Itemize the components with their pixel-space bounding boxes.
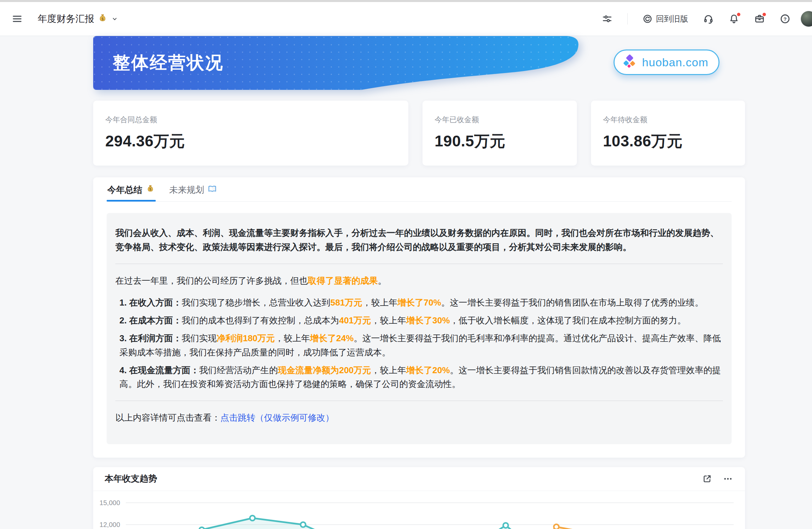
back-to-old-version-button[interactable]: 回到旧版 xyxy=(642,13,688,24)
svg-text:12,000: 12,000 xyxy=(100,521,120,528)
stat-label: 今年待收金额 xyxy=(603,115,733,125)
stat-value: 294.36万元 xyxy=(105,131,396,152)
divider xyxy=(115,400,723,401)
tab-this-year-summary[interactable]: 今年总结 $ xyxy=(107,177,156,201)
trend-card: 本年收支趋势 15,00012,0009,000 xyxy=(93,467,745,529)
summary-intro: 我们会从收入、成本、利润、现金流量等主要财务指标入手，分析过去一年的业绩以及财务… xyxy=(115,226,723,254)
svg-text:$: $ xyxy=(149,187,151,191)
divider xyxy=(115,263,723,264)
trend-chart-svg: 15,00012,0009,000 xyxy=(93,491,745,529)
open-external-icon[interactable] xyxy=(702,474,712,484)
topbar-actions: 回到旧版 ? xyxy=(602,13,791,25)
huoban-logo-text: huoban.com xyxy=(642,56,708,69)
page-title: 年度财务汇报 xyxy=(38,12,94,25)
summary-paragraph: 在过去一年里，我们的公司经历了许多挑战，但也取得了显著的成果。 xyxy=(115,274,723,288)
huoban-logo-pill: huoban.com xyxy=(613,49,720,75)
summary-footer: 以上内容详情可点击查看：点击跳转（仅做示例可修改） xyxy=(115,411,723,425)
stat-label: 今年合同总金额 xyxy=(105,115,396,125)
bell-icon[interactable] xyxy=(728,13,739,24)
stat-label: 今年已收金额 xyxy=(435,115,565,125)
stat-value: 103.86万元 xyxy=(603,131,733,152)
list-item-profit: 3. 在利润方面：我们实现净利润180万元，较上年增长了24%。这一增长主要得益… xyxy=(119,331,723,359)
stat-card-received: 今年已收金额 190.5万元 xyxy=(422,101,577,166)
trend-header: 本年收支趋势 xyxy=(93,467,745,491)
headset-icon[interactable] xyxy=(703,13,714,24)
jump-link[interactable]: 点击跳转（仅做示例可修改） xyxy=(220,413,334,423)
back-to-old-label: 回到旧版 xyxy=(656,13,688,24)
briefcase-badge xyxy=(762,12,767,17)
list-item-revenue: 1. 在收入方面：我们实现了稳步增长，总营业收入达到581万元，较上年增长了70… xyxy=(119,296,723,310)
tab-label: 未来规划 xyxy=(169,184,204,196)
open-book-icon xyxy=(207,184,217,196)
trend-chart: 15,00012,0009,000 xyxy=(93,491,745,529)
tab-label: 今年总结 xyxy=(107,184,142,196)
title-chevron-down-icon[interactable] xyxy=(111,15,118,23)
tab-future-plan[interactable]: 未来规划 xyxy=(169,177,218,201)
stat-card-contract-total: 今年合同总金额 294.36万元 xyxy=(93,101,408,166)
svg-text:15,000: 15,000 xyxy=(100,499,120,506)
stat-value: 190.5万元 xyxy=(435,131,565,152)
help-icon[interactable]: ? xyxy=(780,13,791,24)
summary-panel: 我们会从收入、成本、利润、现金流量等主要财务指标入手，分析过去一年的业绩以及财务… xyxy=(107,213,731,444)
topbar-divider xyxy=(627,13,628,25)
trend-title: 本年收支趋势 xyxy=(105,473,157,485)
report-title-group: 年度财务汇报 $ xyxy=(38,12,118,25)
more-options-icon[interactable] xyxy=(722,473,734,485)
topbar: 年度财务汇报 $ 回到旧版 xyxy=(0,2,812,36)
briefcase-icon[interactable] xyxy=(754,13,765,24)
svg-text:?: ? xyxy=(783,16,786,22)
huoban-diamonds-icon xyxy=(622,54,637,71)
banner-title: 整体经营状况 xyxy=(113,51,224,75)
list-item-cost: 2. 在成本方面：我们的成本也得到了有效控制，总成本为401万元，较上年增长了3… xyxy=(119,314,723,327)
money-bag-icon: $ xyxy=(146,184,155,196)
sliders-icon[interactable] xyxy=(602,13,612,24)
hamburger-menu-icon[interactable] xyxy=(12,13,23,25)
list-item-cashflow: 4. 在现金流量方面：我们经营活动产生的现金流量净额为200万元，较上年增长了2… xyxy=(119,363,723,391)
bell-badge xyxy=(736,12,741,17)
user-avatar[interactable] xyxy=(800,11,812,27)
banner: 整体经营状况 huoban.com xyxy=(93,36,745,90)
money-bag-icon: $ xyxy=(98,13,107,25)
stat-cards-row: 今年合同总金额 294.36万元 今年已收金额 190.5万元 今年待收金额 1… xyxy=(93,101,745,166)
stat-card-pending: 今年待收金额 103.86万元 xyxy=(591,101,745,166)
summary-list: 1. 在收入方面：我们实现了稳步增长，总营业收入达到581万元，较上年增长了70… xyxy=(115,296,723,391)
svg-text:$: $ xyxy=(102,17,104,21)
summary-card: 今年总结 $ 未来规划 xyxy=(93,177,745,458)
summary-tabs: 今年总结 $ 未来规划 xyxy=(107,177,731,202)
report-content: 整体经营状况 huoban.com 今年合同总金额 294.36万元 今年已收金… xyxy=(93,36,745,529)
